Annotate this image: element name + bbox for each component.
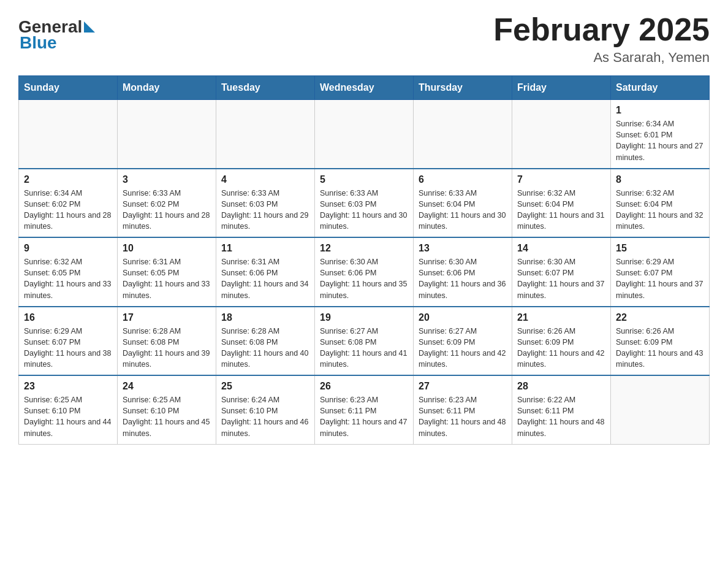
logo-arrow-icon	[84, 17, 95, 37]
day-number: 27	[419, 381, 507, 392]
title-section: February 2025 As Sararah, Yemen	[493, 12, 710, 66]
calendar-cell: 26Sunrise: 6:23 AM Sunset: 6:11 PM Dayli…	[315, 375, 414, 444]
svg-marker-0	[84, 21, 95, 33]
day-info: Sunrise: 6:23 AM Sunset: 6:11 PM Dayligh…	[320, 394, 408, 439]
day-number: 19	[320, 312, 408, 323]
day-number: 18	[221, 312, 309, 323]
calendar-cell: 17Sunrise: 6:28 AM Sunset: 6:08 PM Dayli…	[118, 307, 216, 376]
calendar-week-3: 9Sunrise: 6:32 AM Sunset: 6:05 PM Daylig…	[19, 237, 710, 307]
calendar-cell: 27Sunrise: 6:23 AM Sunset: 6:11 PM Dayli…	[414, 375, 512, 444]
calendar-cell	[315, 100, 414, 169]
header-tuesday: Tuesday	[216, 76, 315, 100]
calendar-cell: 11Sunrise: 6:31 AM Sunset: 6:06 PM Dayli…	[216, 237, 315, 307]
calendar-cell: 22Sunrise: 6:26 AM Sunset: 6:09 PM Dayli…	[611, 307, 710, 376]
day-info: Sunrise: 6:25 AM Sunset: 6:10 PM Dayligh…	[123, 394, 211, 439]
calendar-cell: 6Sunrise: 6:33 AM Sunset: 6:04 PM Daylig…	[414, 169, 512, 238]
day-info: Sunrise: 6:32 AM Sunset: 6:05 PM Dayligh…	[24, 256, 112, 301]
calendar-cell	[611, 375, 710, 444]
calendar-cell	[414, 100, 512, 169]
calendar-cell: 7Sunrise: 6:32 AM Sunset: 6:04 PM Daylig…	[512, 169, 611, 238]
day-info: Sunrise: 6:33 AM Sunset: 6:03 PM Dayligh…	[221, 188, 309, 232]
day-info: Sunrise: 6:27 AM Sunset: 6:09 PM Dayligh…	[419, 326, 507, 370]
day-number: 16	[24, 312, 112, 323]
calendar-cell: 20Sunrise: 6:27 AM Sunset: 6:09 PM Dayli…	[414, 307, 512, 376]
day-info: Sunrise: 6:29 AM Sunset: 6:07 PM Dayligh…	[24, 326, 112, 370]
day-number: 13	[419, 243, 507, 254]
day-number: 9	[24, 243, 112, 254]
day-number: 21	[517, 312, 605, 323]
day-number: 23	[24, 381, 112, 392]
calendar-cell: 28Sunrise: 6:22 AM Sunset: 6:11 PM Dayli…	[512, 375, 611, 444]
day-number: 7	[517, 174, 605, 185]
calendar-cell: 15Sunrise: 6:29 AM Sunset: 6:07 PM Dayli…	[611, 237, 710, 307]
day-info: Sunrise: 6:25 AM Sunset: 6:10 PM Dayligh…	[24, 394, 112, 439]
calendar-cell	[512, 100, 611, 169]
calendar-cell: 16Sunrise: 6:29 AM Sunset: 6:07 PM Dayli…	[19, 307, 118, 376]
day-info: Sunrise: 6:34 AM Sunset: 6:02 PM Dayligh…	[24, 188, 112, 232]
calendar-cell: 8Sunrise: 6:32 AM Sunset: 6:04 PM Daylig…	[611, 169, 710, 238]
calendar-cell: 14Sunrise: 6:30 AM Sunset: 6:07 PM Dayli…	[512, 237, 611, 307]
day-info: Sunrise: 6:32 AM Sunset: 6:04 PM Dayligh…	[616, 188, 704, 232]
day-number: 20	[419, 312, 507, 323]
header-friday: Friday	[512, 76, 611, 100]
day-info: Sunrise: 6:22 AM Sunset: 6:11 PM Dayligh…	[517, 394, 605, 439]
day-info: Sunrise: 6:34 AM Sunset: 6:01 PM Dayligh…	[616, 118, 704, 163]
logo-blue-text: Blue	[20, 33, 57, 53]
day-number: 24	[123, 381, 211, 392]
header-wednesday: Wednesday	[315, 76, 414, 100]
calendar-cell: 2Sunrise: 6:34 AM Sunset: 6:02 PM Daylig…	[19, 169, 118, 238]
calendar-cell: 19Sunrise: 6:27 AM Sunset: 6:08 PM Dayli…	[315, 307, 414, 376]
day-info: Sunrise: 6:29 AM Sunset: 6:07 PM Dayligh…	[616, 256, 704, 301]
calendar-cell: 5Sunrise: 6:33 AM Sunset: 6:03 PM Daylig…	[315, 169, 414, 238]
day-number: 12	[320, 243, 408, 254]
page-header: General Blue February 2025 As Sararah, Y…	[18, 12, 710, 66]
calendar-cell: 25Sunrise: 6:24 AM Sunset: 6:10 PM Dayli…	[216, 375, 315, 444]
calendar-week-5: 23Sunrise: 6:25 AM Sunset: 6:10 PM Dayli…	[19, 375, 710, 444]
day-number: 14	[517, 243, 605, 254]
day-number: 10	[123, 243, 211, 254]
day-number: 8	[616, 174, 704, 185]
calendar-cell: 24Sunrise: 6:25 AM Sunset: 6:10 PM Dayli…	[118, 375, 216, 444]
day-info: Sunrise: 6:23 AM Sunset: 6:11 PM Dayligh…	[419, 394, 507, 439]
logo: General Blue	[18, 17, 95, 53]
day-info: Sunrise: 6:31 AM Sunset: 6:06 PM Dayligh…	[221, 256, 309, 301]
day-info: Sunrise: 6:33 AM Sunset: 6:02 PM Dayligh…	[123, 188, 211, 232]
day-info: Sunrise: 6:26 AM Sunset: 6:09 PM Dayligh…	[517, 326, 605, 370]
day-number: 22	[616, 312, 704, 323]
day-info: Sunrise: 6:33 AM Sunset: 6:04 PM Dayligh…	[419, 188, 507, 232]
calendar-cell: 10Sunrise: 6:31 AM Sunset: 6:05 PM Dayli…	[118, 237, 216, 307]
header-sunday: Sunday	[19, 76, 118, 100]
header-thursday: Thursday	[414, 76, 512, 100]
calendar-cell: 18Sunrise: 6:28 AM Sunset: 6:08 PM Dayli…	[216, 307, 315, 376]
calendar-cell: 9Sunrise: 6:32 AM Sunset: 6:05 PM Daylig…	[19, 237, 118, 307]
calendar-cell	[216, 100, 315, 169]
day-info: Sunrise: 6:24 AM Sunset: 6:10 PM Dayligh…	[221, 394, 309, 439]
calendar-week-4: 16Sunrise: 6:29 AM Sunset: 6:07 PM Dayli…	[19, 307, 710, 376]
calendar-cell: 21Sunrise: 6:26 AM Sunset: 6:09 PM Dayli…	[512, 307, 611, 376]
day-info: Sunrise: 6:28 AM Sunset: 6:08 PM Dayligh…	[221, 326, 309, 370]
day-number: 17	[123, 312, 211, 323]
day-number: 6	[419, 174, 507, 185]
day-info: Sunrise: 6:32 AM Sunset: 6:04 PM Dayligh…	[517, 188, 605, 232]
calendar-cell	[19, 100, 118, 169]
calendar-cell: 13Sunrise: 6:30 AM Sunset: 6:06 PM Dayli…	[414, 237, 512, 307]
calendar-cell: 23Sunrise: 6:25 AM Sunset: 6:10 PM Dayli…	[19, 375, 118, 444]
day-number: 26	[320, 381, 408, 392]
day-info: Sunrise: 6:26 AM Sunset: 6:09 PM Dayligh…	[616, 326, 704, 370]
day-info: Sunrise: 6:30 AM Sunset: 6:06 PM Dayligh…	[419, 256, 507, 301]
day-number: 28	[517, 381, 605, 392]
day-number: 4	[221, 174, 309, 185]
day-number: 3	[123, 174, 211, 185]
calendar-cell: 3Sunrise: 6:33 AM Sunset: 6:02 PM Daylig…	[118, 169, 216, 238]
day-info: Sunrise: 6:31 AM Sunset: 6:05 PM Dayligh…	[123, 256, 211, 301]
calendar-cell: 12Sunrise: 6:30 AM Sunset: 6:06 PM Dayli…	[315, 237, 414, 307]
header-saturday: Saturday	[611, 76, 710, 100]
calendar-table: Sunday Monday Tuesday Wednesday Thursday…	[18, 75, 710, 445]
month-title: February 2025	[493, 12, 710, 47]
day-info: Sunrise: 6:30 AM Sunset: 6:07 PM Dayligh…	[517, 256, 605, 301]
calendar-cell: 1Sunrise: 6:34 AM Sunset: 6:01 PM Daylig…	[611, 100, 710, 169]
calendar-cell: 4Sunrise: 6:33 AM Sunset: 6:03 PM Daylig…	[216, 169, 315, 238]
day-number: 25	[221, 381, 309, 392]
calendar-week-1: 1Sunrise: 6:34 AM Sunset: 6:01 PM Daylig…	[19, 100, 710, 169]
day-number: 5	[320, 174, 408, 185]
